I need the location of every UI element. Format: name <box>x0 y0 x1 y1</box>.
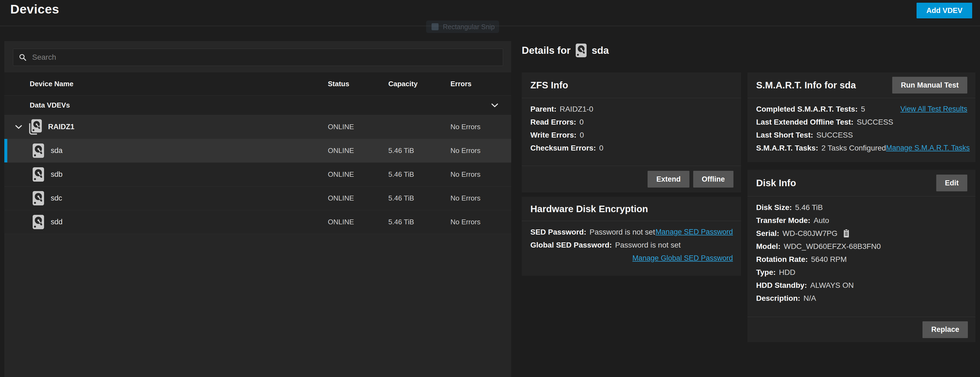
card-title: Hardware Disk Encryption <box>530 203 648 214</box>
details-title: Details for sda <box>522 43 975 58</box>
field-last-short-test: Last Short Test: SUCCESS <box>756 131 967 139</box>
hard-disk-icon <box>32 214 44 230</box>
status-value: ONLINE <box>328 218 388 226</box>
field-smart-tasks: S.M.A.R.T. Tasks: 2 Tasks Configured Man… <box>756 144 967 152</box>
errors-value: No Errors <box>450 147 511 155</box>
group-label: Data VDEVs <box>4 101 328 109</box>
card-title: S.M.A.R.T. Info for sda <box>756 80 856 91</box>
field-write-errors: Write Errors: 0 <box>530 131 733 139</box>
details-device-name: sda <box>592 45 609 56</box>
replace-button[interactable]: Replace <box>923 321 968 338</box>
table-row-sdb[interactable]: sdb ONLINE 5.46 TiB No Errors <box>4 163 511 187</box>
status-value: ONLINE <box>328 123 388 131</box>
run-manual-test-button[interactable]: Run Manual Test <box>892 77 967 94</box>
chevron-down-icon[interactable] <box>15 125 22 129</box>
group-row-data-vdevs[interactable]: Data VDEVs <box>4 96 511 115</box>
manage-global-sed-password-link[interactable]: Manage Global SED Password <box>632 254 733 262</box>
chevron-down-icon[interactable] <box>491 103 498 107</box>
field-model: Model: WDC_WD60EFZX-68B3FN0 <box>756 243 967 250</box>
page-title: Devices <box>10 2 59 16</box>
capacity-value: 5.46 TiB <box>388 147 450 155</box>
details-panel: Details for sda ZFS Info Parent: RAIDZ1-… <box>522 43 975 377</box>
snip-ghost-label: Rectangular Snip <box>443 23 495 31</box>
device-name: sdc <box>51 194 62 203</box>
field-last-extended-test: Last Extended Offline Test: SUCCESS <box>756 118 967 126</box>
disk-info-card: Disk Info Edit Disk Size: 5.46 TiB Trans… <box>748 170 975 342</box>
hard-disk-icon <box>32 191 44 206</box>
column-header-status[interactable]: Status <box>328 80 388 88</box>
field-transfer-mode: Transfer Mode: Auto <box>756 216 967 224</box>
add-vdev-button[interactable]: Add VDEV <box>916 3 972 18</box>
errors-value: No Errors <box>450 218 511 226</box>
manage-smart-tasks-link[interactable]: Manage S.M.A.R.T. Tasks <box>886 144 970 152</box>
errors-value: No Errors <box>450 194 511 203</box>
field-serial: Serial: WD-C80JW7PG <box>756 230 967 237</box>
snip-ghost-overlay: Rectangular Snip <box>426 21 499 33</box>
field-parent: Parent: RAIDZ1-0 <box>530 105 733 113</box>
search-box[interactable] <box>13 49 503 66</box>
column-header-errors[interactable]: Errors <box>450 80 511 88</box>
field-checksum-errors: Checksum Errors: 0 <box>530 144 733 152</box>
field-hdd-standby: HDD Standby: ALWAYS ON <box>756 281 967 289</box>
table-row-sdc[interactable]: sdc ONLINE 5.46 TiB No Errors <box>4 187 511 210</box>
devices-page: Devices Add VDEV Rectangular Snip Device… <box>0 0 980 377</box>
offline-button[interactable]: Offline <box>693 171 734 188</box>
column-header-capacity[interactable]: Capacity <box>388 80 450 88</box>
details-title-prefix: Details for <box>522 45 571 56</box>
search-area <box>4 41 511 72</box>
device-name: sdd <box>51 218 63 226</box>
card-title: Disk Info <box>756 177 796 188</box>
hardware-encryption-card: Hardware Disk Encryption SED Password: P… <box>522 197 741 276</box>
field-read-errors: Read Errors: 0 <box>530 118 733 126</box>
device-name: RAIDZ1 <box>48 123 75 131</box>
field-type: Type: HDD <box>756 268 967 276</box>
field-completed-tests: Completed S.M.A.R.T. Tests: 5 View All T… <box>756 105 967 113</box>
zfs-info-card: ZFS Info Parent: RAIDZ1-0 Read Errors: 0… <box>522 72 741 192</box>
table-row-raidz1[interactable]: RAIDZ1 ONLINE No Errors <box>4 115 511 139</box>
edit-button[interactable]: Edit <box>936 174 967 191</box>
clipboard-icon[interactable] <box>842 228 850 238</box>
field-global-sed-password: Global SED Password: Password is not set <box>530 241 733 249</box>
capacity-value: 5.46 TiB <box>388 170 450 179</box>
hard-disk-icon <box>576 43 587 58</box>
status-value: ONLINE <box>328 147 388 155</box>
table-header-row: Device Name Status Capacity Errors <box>4 72 511 96</box>
manage-sed-password-link[interactable]: Manage SED Password <box>655 228 733 236</box>
capacity-value: 5.46 TiB <box>388 194 450 203</box>
field-rotation-rate: Rotation Rate: 5640 RPM <box>756 256 967 263</box>
device-name: sda <box>51 147 63 155</box>
column-header-device-name[interactable]: Device Name <box>4 80 328 88</box>
field-description: Description: N/A <box>756 294 967 302</box>
stacked-disks-icon <box>28 119 42 135</box>
table-row-sda[interactable]: sda ONLINE 5.46 TiB No Errors <box>4 139 511 163</box>
page-header: Devices Add VDEV Rectangular Snip <box>0 0 980 26</box>
device-tree-panel: Device Name Status Capacity Errors Data … <box>4 41 511 377</box>
hard-disk-icon <box>32 143 44 158</box>
errors-value: No Errors <box>450 170 511 179</box>
card-title: ZFS Info <box>530 80 568 91</box>
status-value: ONLINE <box>328 170 388 179</box>
snip-ghost-icon <box>431 23 439 30</box>
errors-value: No Errors <box>450 123 511 131</box>
field-sed-password: SED Password: Password is not set Manage… <box>530 228 733 236</box>
view-all-test-results-link[interactable]: View All Test Results <box>900 105 967 113</box>
hard-disk-icon <box>32 167 44 182</box>
field-disk-size: Disk Size: 5.46 TiB <box>756 203 967 211</box>
search-icon <box>19 53 27 61</box>
search-input[interactable] <box>32 53 498 62</box>
device-name: sdb <box>51 170 63 179</box>
capacity-value: 5.46 TiB <box>388 218 450 226</box>
status-value: ONLINE <box>328 194 388 203</box>
table-row-sdd[interactable]: sdd ONLINE 5.46 TiB No Errors <box>4 210 511 234</box>
extend-button[interactable]: Extend <box>648 171 689 188</box>
smart-info-card: S.M.A.R.T. Info for sda Run Manual Test … <box>748 72 975 162</box>
